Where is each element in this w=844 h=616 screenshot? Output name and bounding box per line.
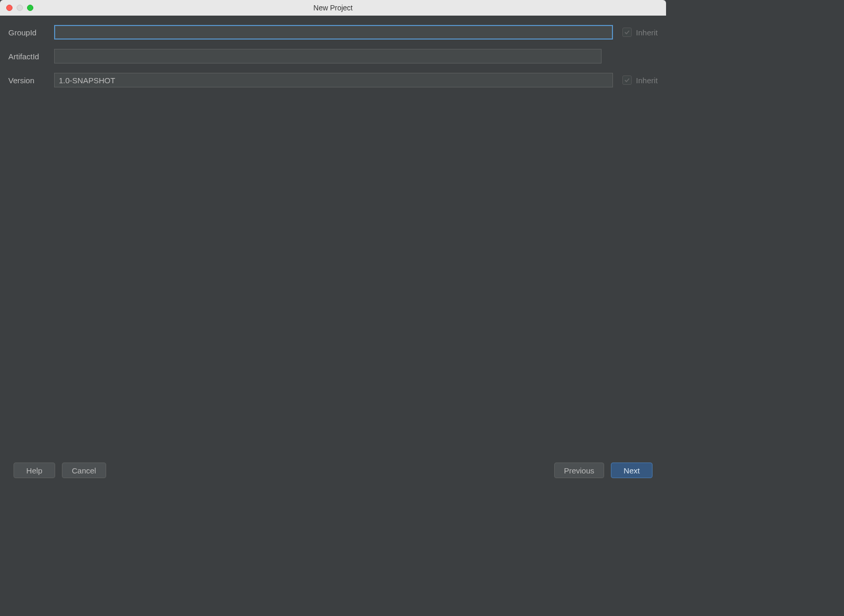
button-bar: Help Cancel Previous Next — [8, 457, 658, 487]
close-icon[interactable] — [6, 5, 12, 11]
groupid-label: GroupId — [8, 28, 54, 37]
checkmark-icon — [624, 77, 630, 83]
groupid-row: GroupId Inherit — [8, 25, 658, 40]
titlebar: New Project — [0, 0, 666, 16]
artifactid-input[interactable] — [54, 49, 602, 63]
version-inherit-label: Inherit — [636, 76, 658, 85]
next-button[interactable]: Next — [611, 463, 653, 478]
groupid-inherit-checkbox[interactable] — [622, 28, 632, 37]
artifactid-label: ArtifactId — [8, 52, 54, 61]
maximize-icon[interactable] — [27, 5, 33, 11]
new-project-dialog: New Project GroupId Inherit ArtifactId — [0, 0, 666, 487]
minimize-icon[interactable] — [17, 5, 23, 11]
form-area: GroupId Inherit ArtifactId Version — [8, 25, 658, 457]
version-inherit-group: Inherit — [622, 75, 658, 85]
groupid-inherit-group: Inherit — [622, 28, 658, 37]
groupid-input[interactable] — [54, 25, 613, 40]
version-row: Version Inherit — [8, 73, 658, 87]
traffic-lights — [6, 5, 33, 11]
window-title: New Project — [0, 4, 666, 12]
version-input[interactable] — [54, 73, 613, 87]
artifactid-row: ArtifactId — [8, 49, 658, 63]
help-button[interactable]: Help — [14, 463, 55, 478]
cancel-button[interactable]: Cancel — [62, 463, 106, 478]
dialog-content: GroupId Inherit ArtifactId Version — [0, 16, 666, 487]
previous-button[interactable]: Previous — [554, 463, 604, 478]
groupid-inherit-label: Inherit — [636, 28, 658, 37]
version-inherit-checkbox[interactable] — [622, 75, 632, 85]
checkmark-icon — [624, 29, 630, 35]
version-label: Version — [8, 76, 54, 85]
